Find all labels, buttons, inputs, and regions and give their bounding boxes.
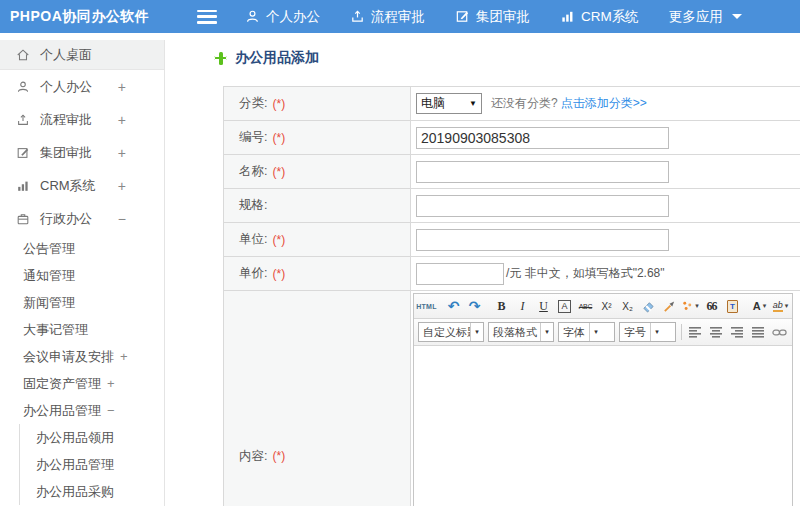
toolbar-separator — [681, 324, 682, 340]
sidebar-item-group-approval[interactable]: 集团审批 + — [0, 136, 164, 169]
unit-input[interactable] — [416, 229, 669, 251]
select-arrow-icon: ▼ — [469, 99, 477, 108]
sidebar-item-office-supplies-mgmt[interactable]: 办公用品管理 − — [0, 397, 164, 424]
sidebar-item-label: 行政办公 — [40, 210, 92, 228]
supplies-add-form: 分类: (*) 电脑 ▼ 还没有分类? 点击添加分类>> 编号: (*) — [223, 86, 800, 506]
align-justify-icon[interactable] — [749, 322, 768, 342]
sidebar-item-workflow-approval[interactable]: 流程审批 + — [0, 103, 164, 136]
underline-button[interactable]: U — [534, 296, 553, 316]
unit-label: 单位: — [239, 231, 267, 248]
font-color-button[interactable]: A ▾ — [750, 296, 769, 316]
required-marker: (*) — [272, 165, 285, 179]
bar-chart-icon — [16, 179, 40, 193]
price-input[interactable] — [416, 263, 504, 285]
form-row-category: 分类: (*) 电脑 ▼ 还没有分类? 点击添加分类>> — [224, 87, 800, 121]
custom-heading-select[interactable]: 自定义标题 ▾ — [418, 322, 484, 342]
brand-title: PHPOA协同办公软件 — [0, 8, 185, 26]
sidebar-item-news-mgmt[interactable]: 新闻管理 — [0, 289, 164, 316]
nav-label: 集团审批 — [476, 8, 530, 26]
expand-toggle[interactable]: + — [118, 112, 126, 128]
nav-label: 流程审批 — [371, 8, 425, 26]
format-brush-icon[interactable] — [660, 296, 679, 316]
undo-icon[interactable]: ↶ — [444, 296, 463, 316]
sidebar-item-notice-mgmt[interactable]: 通知管理 — [0, 262, 164, 289]
sidebar-item-label: 个人办公 — [40, 78, 92, 96]
name-label: 名称: — [239, 163, 267, 180]
font-family-select[interactable]: 字体 ▾ — [558, 322, 615, 342]
bold-button[interactable]: B — [492, 296, 511, 316]
edit-icon — [16, 146, 40, 160]
bar-chart-icon — [560, 9, 581, 24]
html-source-button[interactable]: HTML — [417, 296, 436, 316]
sidebar-item-label: 集团审批 — [40, 144, 92, 162]
sidebar-item-label: 新闻管理 — [23, 294, 75, 312]
blockquote-button[interactable]: 66 — [702, 296, 721, 316]
caret-down-icon: ▾ — [650, 323, 663, 341]
required-marker: (*) — [272, 449, 285, 463]
superscript-button[interactable]: X² — [597, 296, 616, 316]
category-select[interactable]: 电脑 ▼ — [416, 93, 482, 114]
sidebar-item-meeting-request[interactable]: 会议申请及安排 + — [0, 343, 164, 370]
nav-crm-system[interactable]: CRM系统 — [560, 8, 639, 26]
sidebar-item-personal-office[interactable]: 个人办公 + — [0, 70, 164, 103]
sidebar-item-crm-system[interactable]: CRM系统 + — [0, 169, 164, 202]
expand-toggle[interactable]: + — [118, 178, 126, 194]
sidebar-item-label: 会议申请及安排 — [23, 348, 114, 366]
sidebar-item-announcement-mgmt[interactable]: 公告管理 — [0, 235, 164, 262]
code-input[interactable] — [416, 127, 669, 149]
caret-down-icon — [732, 14, 742, 19]
sidebar-item-label: 办公用品领用 — [36, 429, 114, 447]
font-border-button[interactable]: A — [558, 300, 570, 313]
nav-label: 更多应用 — [669, 8, 723, 26]
name-input[interactable] — [416, 161, 669, 183]
add-plus-icon — [214, 52, 227, 65]
expand-toggle[interactable]: + — [107, 376, 115, 391]
highlight-color-button[interactable]: ab ▾ — [771, 296, 790, 316]
eraser-icon[interactable] — [639, 296, 658, 316]
caret-down-icon: ▾ — [695, 302, 699, 310]
nav-workflow-approval[interactable]: 流程审批 — [350, 8, 425, 26]
nav-personal-office[interactable]: 个人办公 — [245, 8, 320, 26]
paragraph-format-select[interactable]: 段落格式 ▾ — [488, 322, 554, 342]
sidebar-item-label: 办公用品管理 — [23, 402, 101, 420]
link-icon[interactable] — [770, 322, 789, 342]
align-right-icon[interactable] — [728, 322, 747, 342]
sidebar-item-supplies-manage[interactable]: 办公用品管理 — [20, 451, 164, 478]
collapse-toggle[interactable]: − — [118, 211, 126, 227]
redo-icon[interactable]: ↷ — [465, 296, 484, 316]
nav-group-approval[interactable]: 集团审批 — [455, 8, 530, 26]
align-center-icon[interactable] — [707, 322, 726, 342]
font-size-select[interactable]: 字号 ▾ — [619, 322, 676, 342]
expand-toggle[interactable]: + — [118, 79, 126, 95]
form-row-code: 编号: (*) — [224, 121, 800, 155]
spec-input[interactable] — [416, 195, 669, 217]
caret-down-icon: ▾ — [540, 323, 553, 341]
collapse-toggle[interactable]: − — [107, 403, 115, 418]
sidebar-item-supplies-claim[interactable]: 办公用品领用 — [20, 424, 164, 451]
page-title-bar: 办公用品添加 — [214, 49, 319, 67]
editor-toolbar-row1: HTML ↶ ↷ B I U A ABC X² X₂ — [414, 294, 792, 319]
italic-button[interactable]: I — [513, 296, 532, 316]
sidebar-item-supplies-purchase[interactable]: 办公用品采购 — [20, 478, 164, 505]
sidebar-item-personal-desktop[interactable]: 个人桌面 — [0, 40, 164, 70]
sidebar-item-admin-office[interactable]: 行政办公 − — [0, 202, 164, 235]
expand-toggle[interactable]: + — [118, 145, 126, 161]
add-category-link[interactable]: 点击添加分类>> — [561, 95, 647, 112]
sidebar-item-fixed-assets-mgmt[interactable]: 固定资产管理 + — [0, 370, 164, 397]
strikethrough-button[interactable]: ABC — [576, 296, 595, 316]
expand-toggle[interactable]: + — [120, 349, 128, 364]
content-label: 内容: — [239, 448, 267, 465]
align-left-icon[interactable] — [686, 322, 705, 342]
form-row-price: 单价: (*) /元 非中文，如填写格式"2.68" — [224, 257, 800, 291]
sidebar-item-label: 流程审批 — [40, 111, 92, 129]
editor-content-area[interactable] — [414, 346, 792, 506]
category-label: 分类: — [239, 95, 267, 112]
nav-more-apps[interactable]: 更多应用 — [669, 8, 742, 26]
auto-typeset-icon[interactable]: ▾ — [681, 296, 700, 316]
paste-text-icon[interactable]: T — [723, 296, 742, 316]
briefcase-icon — [16, 212, 40, 226]
subscript-button[interactable]: X₂ — [618, 296, 637, 316]
menu-toggle-icon[interactable] — [197, 10, 217, 24]
caret-down-icon: ▾ — [785, 302, 789, 310]
sidebar-item-memorabilia-mgmt[interactable]: 大事记管理 — [0, 316, 164, 343]
